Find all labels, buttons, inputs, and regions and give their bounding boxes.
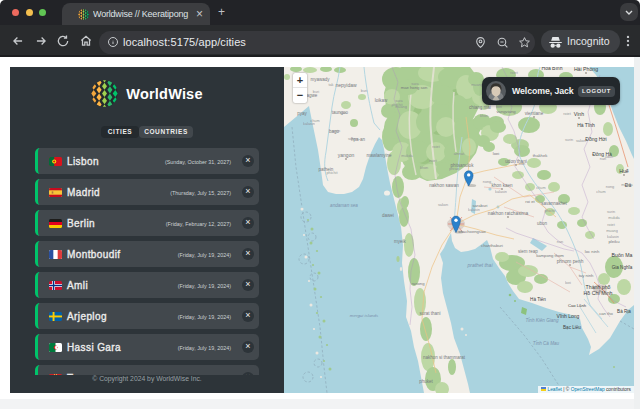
svg-text:Đồng Hới: Đồng Hới: [585, 136, 606, 142]
svg-text:chum: chum: [310, 119, 319, 123]
svg-text:sakon: sakon: [576, 139, 586, 143]
svg-text:chanthaburi: chanthaburi: [481, 243, 503, 248]
svg-text:kalasin: kalasin: [607, 235, 619, 239]
svg-text:yangon: yangon: [338, 152, 355, 158]
svg-text:kampong thom: kampong thom: [536, 253, 564, 258]
svg-text:Gia Nghĩa: Gia Nghĩa: [612, 265, 633, 270]
svg-text:kalasin: kalasin: [495, 190, 507, 194]
svg-text:phnom penh: phnom penh: [557, 259, 584, 264]
svg-text:roiet: roiet: [607, 223, 615, 227]
svg-text:pleiku: pleiku: [609, 239, 621, 244]
svg-text:can tho: can tho: [599, 311, 613, 316]
svg-text:Hồ Chí Minh: Hồ Chí Minh: [584, 290, 613, 296]
svg-text:Cao Lãnh: Cao Lãnh: [568, 303, 587, 308]
svg-text:phuket: phuket: [419, 379, 433, 384]
svg-text:Buôn Ma: Buôn Ma: [612, 252, 633, 258]
svg-text:loei: loei: [496, 105, 502, 109]
svg-text:roi et: roi et: [525, 199, 535, 204]
svg-text:nan: nan: [340, 111, 346, 115]
svg-text:savannakhet: savannakhet: [541, 201, 567, 206]
svg-text:sara: sara: [411, 82, 419, 86]
svg-text:mukda: mukda: [401, 154, 413, 158]
svg-text:vangviang: vangviang: [496, 109, 516, 114]
svg-text:chum: chum: [536, 186, 545, 190]
svg-text:nakhon sawan: nakhon sawan: [429, 183, 459, 188]
svg-text:roiet: roiet: [429, 159, 437, 163]
svg-text:phrae: phrae: [449, 167, 459, 171]
svg-text:muang: muang: [606, 229, 618, 233]
svg-text:mukda: mukda: [621, 183, 633, 187]
svg-text:khon: khon: [420, 166, 428, 170]
svg-text:thakhek: thakhek: [533, 153, 549, 158]
svg-text:amnat: amnat: [454, 152, 465, 156]
svg-text:nong: nong: [483, 180, 491, 184]
svg-text:nakhon ratchasima: nakhon ratchasima: [488, 211, 529, 216]
svg-text:vientiane: vientiane: [525, 111, 544, 116]
svg-text:Hòa Bình: Hòa Bình: [542, 67, 563, 71]
svg-text:Tỉnh Cà Mau: Tỉnh Cà Mau: [533, 340, 560, 346]
svg-text:ubon: ubon: [537, 221, 548, 226]
svg-text:phichit: phichit: [392, 103, 404, 107]
svg-text:loei: loei: [565, 281, 571, 285]
svg-text:myeik: myeik: [394, 239, 407, 244]
svg-text:Bạc Liêu: Bạc Liêu: [563, 325, 581, 330]
svg-text:Hà Tĩnh: Hà Tĩnh: [577, 122, 595, 128]
svg-text:roiet: roiet: [432, 145, 440, 149]
svg-text:Hải Phòng: Hải Phòng: [574, 67, 598, 72]
svg-text:buri: buri: [313, 90, 319, 94]
svg-text:nan: nan: [557, 240, 563, 244]
svg-text:andaman sea: andaman sea: [330, 203, 358, 208]
svg-text:mawlamyine: mawlamyine: [366, 153, 392, 158]
svg-text:loikaw: loikaw: [375, 98, 388, 103]
svg-text:Huế: Huế: [619, 168, 629, 174]
svg-text:Vinh: Vinh: [574, 111, 584, 117]
svg-text:kalasin: kalasin: [468, 208, 480, 212]
svg-text:loei: loei: [493, 151, 500, 156]
svg-text:chum: chum: [596, 190, 605, 194]
svg-text:roiet: roiet: [510, 71, 518, 75]
svg-text:nong: nong: [606, 185, 614, 189]
svg-text:dawei: dawei: [382, 213, 394, 218]
svg-text:khon kaen: khon kaen: [491, 183, 513, 188]
svg-text:mergui islands: mergui islands: [350, 313, 379, 318]
svg-text:pyay: pyay: [297, 111, 307, 116]
svg-text:tak: tak: [328, 83, 333, 87]
svg-text:buri: buri: [361, 89, 367, 93]
svg-text:khon: khon: [480, 114, 488, 118]
svg-text:nepyidaw: nepyidaw: [335, 82, 357, 88]
svg-text:surin: surin: [565, 138, 573, 142]
svg-text:Vĩnh Long: Vĩnh Long: [557, 313, 580, 319]
svg-text:tay ninh: tay ninh: [579, 273, 594, 278]
svg-text:surat thani: surat thani: [419, 311, 440, 316]
svg-text:udon: udon: [605, 155, 613, 159]
svg-text:phichit: phichit: [327, 171, 339, 175]
svg-text:sakon: sakon: [438, 203, 448, 207]
svg-text:Hà Tiên: Hà Tiên: [530, 297, 546, 302]
svg-text:myawady: myawady: [310, 77, 330, 82]
svg-text:roiet: roiet: [563, 112, 571, 116]
svg-text:loc ninh: loc ninh: [585, 249, 600, 254]
svg-text:prathet thai: prathet thai: [466, 262, 493, 268]
svg-text:Tỉnh Kiên Giang: Tỉnh Kiên Giang: [526, 317, 559, 323]
svg-text:sakon: sakon: [348, 137, 358, 141]
svg-text:Bà Rịa: Bà Rịa: [617, 309, 631, 314]
svg-text:phichit: phichit: [545, 209, 557, 213]
svg-text:nan: nan: [519, 162, 525, 166]
svg-text:surin: surin: [607, 210, 615, 214]
svg-text:ranong: ranong: [411, 281, 425, 286]
svg-text:nakhon si thammarat: nakhon si thammarat: [423, 355, 466, 360]
svg-text:mukda: mukda: [608, 216, 620, 220]
svg-text:surin: surin: [332, 129, 340, 133]
svg-text:chiang mai: chiang mai: [469, 105, 491, 110]
